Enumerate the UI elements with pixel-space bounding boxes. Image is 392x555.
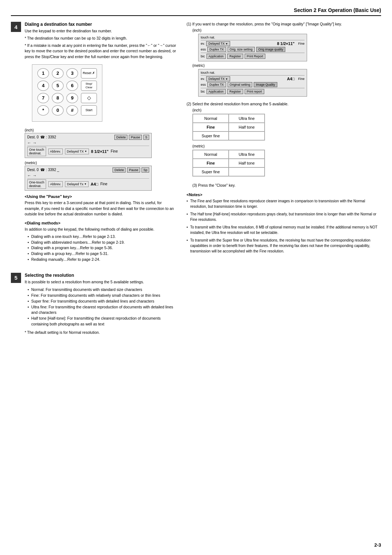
lcd-dest: Dest. 0 xyxy=(27,135,39,139)
ui-metric-app-btn[interactable]: Application xyxy=(207,89,226,94)
step5-item-5: Half tone [Half-tone]: For transmitting … xyxy=(28,316,178,327)
page-number: 2-3 xyxy=(374,542,381,548)
key-hash[interactable]: # xyxy=(66,105,78,116)
step5-content: Selecting the resolution It is possible … xyxy=(25,273,178,335)
keypad: 1 2 3 Reset ✗ 4 5 6 Stop/Clear 7 xyxy=(32,64,102,122)
ui-metric-ev: ev. xyxy=(201,77,205,81)
step5-title: Selecting the resolution xyxy=(25,273,178,278)
ui-metric-image-quality-btn[interactable]: Image Quality xyxy=(254,82,277,87)
lcd-metric-abbrev[interactable]: Abbrev. xyxy=(48,181,63,187)
page: Section 2 Fax Operation (Basic Use) 4 Di… xyxy=(0,0,392,555)
ui-app-btn[interactable]: Application xyxy=(207,54,226,59)
ui-metric-fine: Fine xyxy=(298,77,305,81)
ui-duplex-tx-btn[interactable]: Duplex TX xyxy=(207,47,226,52)
lcd-metric-sp-btn[interactable]: Sp xyxy=(142,167,149,173)
lcd-inch-dest-row: Dest. 0 ☎ : 3392 Delete Pause S xyxy=(27,135,149,140)
lcd-metric-right-arrow[interactable]: → xyxy=(33,173,37,178)
ui-metric-paper-size: A4□ xyxy=(287,77,295,81)
lcd-metric-delayed-tx[interactable]: Delayed Tx ▼ xyxy=(65,181,88,187)
key-1[interactable]: 1 xyxy=(37,68,49,78)
ui-print-report-btn[interactable]: Print Report xyxy=(245,54,265,59)
main-content: 4 Dialing a destination fax number Use t… xyxy=(11,22,381,341)
ui-metric-container: (metric) touch nat. ev. Delayed TX ▼ A4□… xyxy=(192,64,381,97)
lcd-left-arrow[interactable]: ← xyxy=(27,141,31,145)
lcd-metric-label: (metric) xyxy=(25,161,178,165)
key-4[interactable]: 4 xyxy=(37,81,49,91)
key-7[interactable]: 7 xyxy=(37,93,49,103)
key-nav[interactable]: ◇ xyxy=(81,93,97,103)
item2-num-text: (2) Select the desired resolution from a… xyxy=(187,102,381,106)
res-inch-superfine[interactable]: Super fine xyxy=(193,131,229,140)
res-metric-ultrafine[interactable]: Ultra fine xyxy=(229,150,265,159)
res-inch-normal[interactable]: Normal xyxy=(193,114,229,123)
res-metric-normal[interactable]: Normal xyxy=(193,150,229,159)
lcd-metric-dest: Dest. 0 xyxy=(27,168,39,172)
lcd-delayed-tx[interactable]: Delayed TX ▼ xyxy=(65,149,89,154)
res-grid-inch-inner: Normal Ultra fine Fine Half tone Super f… xyxy=(193,114,265,140)
lcd-abbrev[interactable]: Abbrev. xyxy=(48,149,63,154)
lcd-metric-one-touch[interactable]: One-touchdestinat. xyxy=(27,179,46,189)
key-8[interactable]: 8 xyxy=(52,93,64,103)
ui-metric-ess: ess xyxy=(201,83,206,86)
item1-num-text: (1) If you want to change the resolution… xyxy=(187,22,381,26)
lcd-pause-btn[interactable]: Pause xyxy=(129,135,142,140)
res-metric-halftone[interactable]: Half tone xyxy=(229,159,265,167)
res-metric-fine[interactable]: Fine xyxy=(193,159,229,167)
ui-delayed-tx-btn[interactable]: Delayed TX ▼ xyxy=(206,41,230,46)
ui-inch-container: (inch) touch nat. ev. Delayed TX ▼ 8 1/2… xyxy=(192,28,381,61)
ui-orig-image-btn[interactable]: Orig image quality xyxy=(256,47,286,52)
ui-metric-reg-btn[interactable]: Register xyxy=(227,89,243,94)
item3-body: Press the "Close" key. xyxy=(198,183,236,187)
page-header: Section 2 Fax Operation (Basic Use) xyxy=(11,7,381,16)
res-metric-superfine[interactable]: Super fine xyxy=(193,167,229,176)
res-inch-fine[interactable]: Fine xyxy=(193,123,229,131)
key-3[interactable]: 3 xyxy=(66,68,78,78)
key-reset[interactable]: Reset ✗ xyxy=(81,68,97,78)
ui-ess: ess xyxy=(201,48,206,51)
ui-metric-duplex-btn[interactable]: Duplex TX xyxy=(207,82,226,87)
keypad-row3: 7 8 9 ◇ xyxy=(37,93,97,103)
ui-metric-original-btn[interactable]: Original setting xyxy=(228,82,253,87)
lcd-metric-delete-btn[interactable]: Delete xyxy=(113,167,126,173)
lcd-phone-icon: ☎ xyxy=(40,135,45,139)
lcd-metric-dest-row: Dest. 0 ☎ : 3392 _ Delete Pause Sp xyxy=(27,167,149,173)
key-stop-clear[interactable]: Stop/Clear xyxy=(81,81,97,91)
ui-metric-mock: touch nat. ev. Delayed TX ▼ A4□ Fine ess xyxy=(198,69,307,97)
lcd-s-btn[interactable]: S xyxy=(143,135,149,140)
ui-metric-ess-row: ess Duplex TX Original setting Image Qua… xyxy=(201,82,305,87)
res-inch-ultrafine[interactable]: Ultra fine xyxy=(229,114,265,123)
ui-metric-delayed-tx-btn[interactable]: Delayed TX ▼ xyxy=(206,76,230,81)
item2-text: Select the desired resolution from among… xyxy=(192,102,289,106)
lcd-metric-left-arrow[interactable]: ← xyxy=(27,173,31,178)
ui-register-btn[interactable]: Register xyxy=(227,54,243,59)
lcd-metric-touch-row: One-touchdestinat. Abbrev. Delayed Tx ▼ … xyxy=(27,179,149,189)
lcd-fine: Fine xyxy=(111,149,118,153)
key-0[interactable]: 0 xyxy=(52,105,64,116)
lcd-metric-phone-num: : 3392 _ xyxy=(46,168,59,172)
lcd-metric-section: (metric) Dest. 0 ☎ : 3392 _ Delete Pause… xyxy=(25,161,178,191)
key-start[interactable]: Start xyxy=(81,105,97,116)
lcd-metric-pause-btn[interactable]: Pause xyxy=(127,167,140,173)
item1-text: If you want to change the resolution, pr… xyxy=(192,22,342,26)
lcd-delete-btn[interactable]: Delete xyxy=(114,135,127,140)
right-item2: (2) Select the desired resolution from a… xyxy=(187,102,381,178)
step5-list: Normal: For transmitting documents with … xyxy=(28,287,178,327)
lcd-metric-phone-icon: ☎ xyxy=(40,168,45,172)
key-6[interactable]: 6 xyxy=(66,81,78,91)
res-inch-halftone[interactable]: Half tone xyxy=(229,123,265,131)
key-2[interactable]: 2 xyxy=(52,68,64,78)
dialing-item-5: Redialing manually....Refer to page 2-24… xyxy=(28,257,178,263)
ui-metric-print-report-btn[interactable]: Print report xyxy=(245,89,264,94)
grid-metric-label: (metric) xyxy=(192,144,381,148)
key-9[interactable]: 9 xyxy=(66,93,78,103)
ui-metric-touch: touch nat. xyxy=(201,71,215,74)
res-grid-metric-inner: Normal Ultra fine Fine Half tone Super f… xyxy=(193,150,265,176)
key-5[interactable]: 5 xyxy=(52,81,64,91)
ui-orig-size-btn[interactable]: Orig. size setting xyxy=(228,47,255,52)
keypad-row1: 1 2 3 Reset ✗ xyxy=(37,68,97,78)
key-star[interactable]: * xyxy=(37,105,49,116)
step4-title: Dialing a destination fax number xyxy=(25,22,178,27)
ui-ev: ev. xyxy=(201,42,205,45)
lcd-right-arrow[interactable]: → xyxy=(33,141,37,145)
lcd-one-touch[interactable]: One touchdestinat. xyxy=(27,147,46,156)
